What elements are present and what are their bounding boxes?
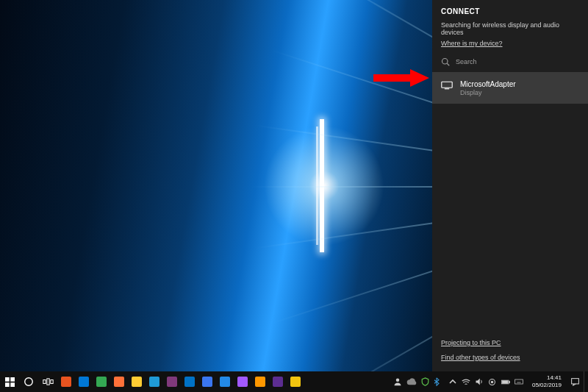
panel-status: Searching for wireless display and audio…: [441, 21, 579, 36]
system-tray: [444, 377, 528, 386]
svg-rect-9: [43, 380, 45, 384]
taskbar-app-azure[interactable]: [216, 371, 234, 392]
svg-rect-7: [10, 382, 15, 387]
taskbar-app-ubuntu[interactable]: [57, 371, 75, 392]
desktop-wallpaper[interactable]: [0, 0, 432, 371]
connect-panel: CONNECT Searching for wireless display a…: [432, 0, 588, 371]
show-desktop-button[interactable]: [584, 371, 588, 392]
windows-logo-icon: [5, 377, 15, 387]
light-ray: [255, 186, 432, 249]
tray-chevron-up-icon[interactable]: [448, 377, 457, 386]
taskbar-app-figma[interactable]: [234, 371, 251, 392]
tray-security-icon[interactable]: [421, 377, 429, 386]
svg-rect-6: [5, 382, 10, 387]
device-item-microsoft-adapter[interactable]: MicrosoftAdapter Display: [432, 72, 588, 104]
taskbar-app-sublime[interactable]: [251, 371, 269, 392]
svg-rect-11: [50, 380, 52, 384]
tray-network-icon[interactable]: [462, 377, 470, 386]
taskbar: 14:41 05/02/2019: [0, 371, 588, 392]
task-view-button[interactable]: [38, 371, 57, 392]
taskbar-app-chrome[interactable]: [93, 371, 110, 392]
onenote-icon: [167, 377, 177, 387]
search-icon: [441, 57, 450, 66]
svg-rect-18: [515, 379, 523, 384]
tray-onedrive-icon[interactable]: [406, 378, 417, 385]
device-type: Display: [460, 89, 516, 96]
tray-people-icon[interactable]: [393, 377, 402, 386]
display-icon: [441, 81, 453, 90]
svg-line-1: [447, 63, 449, 65]
light-ray: [309, 0, 432, 187]
taskbar-clock[interactable]: 14:41 05/02/2019: [528, 374, 566, 389]
svg-rect-17: [502, 380, 508, 383]
taskbar-app-todo[interactable]: [198, 371, 216, 392]
taskbar-app-feedback[interactable]: [269, 371, 287, 392]
tray-location-icon[interactable]: [488, 377, 497, 386]
svg-point-12: [396, 379, 400, 382]
svg-rect-16: [509, 381, 509, 382]
start-button[interactable]: [0, 371, 19, 392]
notification-icon: [570, 377, 580, 387]
light-ray: [272, 49, 432, 187]
taskbar-app-onenote[interactable]: [163, 371, 181, 392]
where-is-device-link[interactable]: Where is my device?: [441, 40, 503, 47]
cortana-search-button[interactable]: [19, 371, 38, 392]
light-ray: [363, 186, 432, 371]
light-ray: [251, 186, 432, 188]
svg-point-14: [492, 381, 494, 383]
tray-volume-icon[interactable]: [475, 377, 484, 386]
circle-icon: [24, 377, 34, 387]
explorer-icon: [132, 377, 142, 387]
svg-rect-24: [571, 378, 578, 383]
svg-point-0: [442, 59, 448, 65]
feedback-icon: [273, 377, 283, 387]
taskbar-app-basecamp[interactable]: [287, 371, 304, 392]
basecamp-icon: [290, 377, 301, 387]
outlook-icon: [184, 377, 195, 387]
taskbar-app-store[interactable]: [146, 371, 163, 392]
ubuntu-icon: [61, 377, 71, 387]
tray-keyboard-icon[interactable]: [514, 377, 523, 386]
edge-icon: [79, 377, 89, 387]
search-input[interactable]: Search: [441, 57, 579, 66]
light-ray: [255, 124, 432, 187]
taskbar-app-explorer[interactable]: [128, 371, 146, 392]
svg-rect-5: [10, 377, 15, 382]
tray-battery-icon[interactable]: [501, 377, 510, 386]
store-icon: [149, 377, 159, 387]
projecting-link[interactable]: Projecting to this PC: [441, 339, 579, 346]
light-ray: [272, 186, 432, 324]
taskbar-app-firefox[interactable]: [110, 371, 128, 392]
svg-rect-2: [442, 82, 452, 88]
azure-icon: [220, 377, 230, 387]
light-ray: [363, 0, 432, 187]
tray-bluetooth-icon[interactable]: [434, 377, 440, 386]
light-ray: [309, 186, 432, 371]
clock-time: 14:41: [547, 374, 562, 382]
svg-rect-10: [46, 379, 49, 385]
taskbar-app-edge[interactable]: [75, 371, 93, 392]
device-name: MicrosoftAdapter: [460, 79, 516, 89]
todo-icon: [202, 377, 212, 387]
svg-point-8: [25, 378, 33, 386]
search-label: Search: [456, 58, 477, 65]
panel-title: CONNECT: [441, 7, 579, 15]
figma-icon: [237, 377, 248, 387]
task-view-icon: [43, 377, 54, 386]
action-center-button[interactable]: [566, 371, 584, 392]
chrome-icon: [96, 377, 107, 387]
clock-date: 05/02/2019: [532, 382, 562, 389]
svg-rect-4: [5, 377, 10, 382]
firefox-icon: [114, 377, 124, 387]
taskbar-app-outlook[interactable]: [181, 371, 198, 392]
find-devices-link[interactable]: Find other types of devices: [441, 354, 579, 361]
sublime-icon: [255, 377, 265, 387]
